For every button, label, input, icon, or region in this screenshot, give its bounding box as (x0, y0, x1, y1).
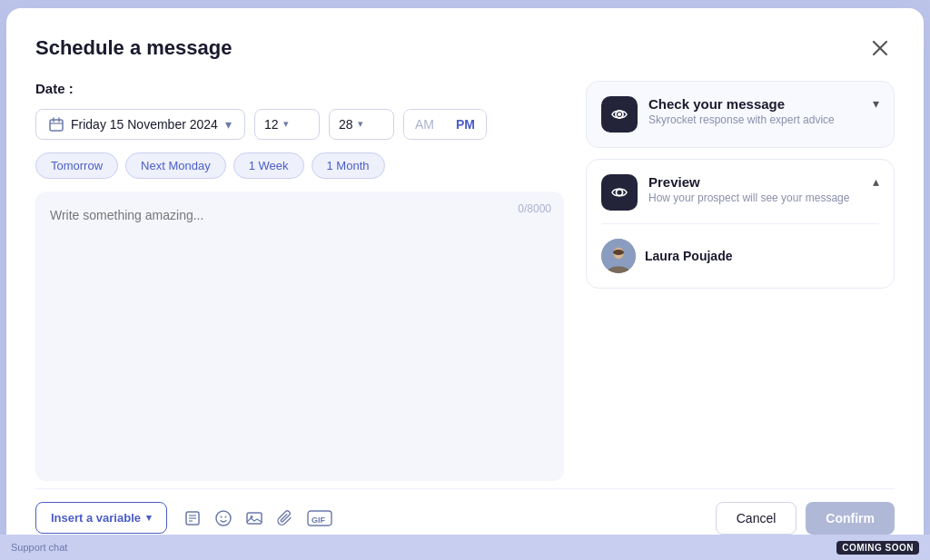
calendar-icon (49, 117, 64, 132)
preview-collapse-icon[interactable]: ▴ (873, 174, 879, 189)
quick-dates: Tomorrow Next Monday 1 Week 1 Month (35, 152, 564, 179)
svg-point-19 (225, 516, 227, 517)
preview-text: Preview How your prospect will see your … (648, 174, 855, 204)
footer-icons: GIF (183, 509, 332, 527)
right-panel: Check your message Skyrocket response wi… (586, 81, 895, 481)
modal-footer: Insert a variable ▾ (35, 488, 895, 535)
am-pm-toggle: AM PM (403, 109, 487, 140)
left-panel: Date : Friday 15 November 2024 ▾ (35, 81, 564, 481)
check-message-text: Check your message Skyrocket response wi… (648, 96, 855, 126)
confirm-button[interactable]: Confirm (806, 502, 895, 535)
svg-text:GIF: GIF (312, 515, 326, 524)
gif-icon[interactable]: GIF (307, 509, 332, 527)
check-message-collapse-icon[interactable]: ▾ (873, 96, 879, 111)
insert-variable-chevron-icon: ▾ (146, 512, 152, 524)
preview-user: Laura Poujade (601, 228, 879, 273)
hour-chevron-icon: ▾ (283, 118, 289, 130)
hour-value: 12 (264, 117, 279, 132)
preview-icon (601, 174, 638, 211)
quick-date-1-week[interactable]: 1 Week (233, 152, 304, 179)
check-message-subtitle: Skyrocket response with expert advice (648, 113, 855, 126)
footer-actions: Cancel Confirm (716, 502, 895, 535)
eye-preview-icon (610, 183, 628, 201)
svg-point-18 (221, 516, 223, 517)
check-message-icon (601, 96, 638, 133)
modal-title: Schedule a message (35, 36, 232, 60)
char-count: 0/8000 (518, 202, 551, 215)
message-area-container: 0/8000 (35, 192, 564, 481)
quick-date-next-monday[interactable]: Next Monday (125, 152, 226, 179)
close-button[interactable] (866, 34, 895, 63)
attachment-icon[interactable] (276, 509, 294, 527)
check-message-header: Check your message Skyrocket response wi… (601, 96, 879, 133)
svg-point-12 (613, 250, 624, 255)
date-picker[interactable]: Friday 15 November 2024 ▾ (35, 109, 245, 140)
bottom-bar: Support chat COMING SOON (0, 535, 930, 560)
check-message-title: Check your message (648, 96, 855, 112)
preview-card-header: Preview How your prospect will see your … (601, 174, 879, 211)
preview-expanded-content: Laura Poujade (601, 223, 879, 273)
avatar-image (601, 239, 636, 273)
pm-button[interactable]: PM (445, 110, 486, 139)
svg-point-7 (618, 113, 621, 116)
minute-select[interactable]: 28 ▾ (329, 109, 394, 140)
date-label: Date : (35, 81, 564, 96)
message-textarea[interactable] (50, 204, 549, 468)
svg-rect-20 (247, 513, 262, 524)
date-value: Friday 15 November 2024 (71, 117, 218, 132)
svg-point-8 (617, 189, 623, 195)
note-icon[interactable] (183, 509, 202, 527)
modal-header: Schedule a message (35, 34, 895, 63)
quick-date-1-month[interactable]: 1 Month (312, 152, 385, 179)
modal-overlay: Schedule a message Date : (0, 0, 930, 560)
close-icon (872, 40, 888, 56)
quick-date-tomorrow[interactable]: Tomorrow (35, 152, 118, 179)
minute-chevron-icon: ▾ (358, 118, 363, 130)
preview-card: Preview How your prospect will see your … (586, 159, 895, 289)
avatar (601, 239, 636, 273)
date-controls: Friday 15 November 2024 ▾ 12 ▾ 28 ▾ (35, 109, 564, 140)
am-button[interactable]: AM (404, 110, 445, 139)
preview-title: Preview (648, 174, 855, 190)
eye-check-icon (610, 105, 628, 123)
preview-subtitle: How your prospect will see your message (648, 192, 855, 204)
insert-variable-label: Insert a variable (51, 511, 141, 525)
cancel-button[interactable]: Cancel (716, 502, 797, 535)
svg-point-17 (216, 511, 231, 526)
minute-value: 28 (339, 117, 353, 132)
preview-user-name: Laura Poujade (645, 249, 732, 263)
hour-select[interactable]: 12 ▾ (254, 109, 320, 140)
image-icon[interactable] (245, 509, 263, 527)
svg-rect-2 (50, 120, 63, 131)
coming-soon-badge: COMING SOON (836, 541, 919, 555)
date-chevron-icon: ▾ (225, 117, 232, 132)
schedule-modal: Schedule a message Date : (6, 8, 924, 553)
support-chat-label: Support chat (11, 542, 67, 553)
modal-body: Date : Friday 15 November 2024 ▾ (35, 81, 895, 481)
emoji-icon[interactable] (214, 509, 232, 527)
check-message-card: Check your message Skyrocket response wi… (586, 81, 895, 148)
insert-variable-button[interactable]: Insert a variable ▾ (35, 502, 167, 534)
